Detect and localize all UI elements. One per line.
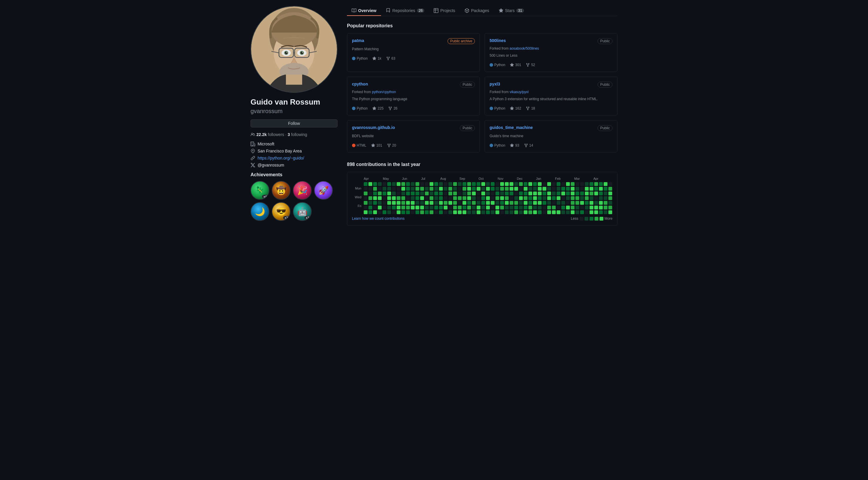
graph-cell [430,182,433,186]
graph-cell [514,182,518,186]
repo-name-patma[interactable]: patma [352,38,364,43]
repo-name-github-io[interactable]: gvanrossum.github.io [352,125,395,130]
graph-cell [566,206,570,209]
graph-cell [519,187,523,191]
graph-cell [594,206,598,209]
achievement-badge[interactable]: 🤖 x3 [293,202,312,221]
profile-login: gvanrossum [250,108,338,114]
graph-cell [590,187,593,191]
graph-cell [467,182,471,186]
repo-name-500lines[interactable]: 500lines [490,38,506,43]
graph-cell [415,206,419,209]
graph-cell [453,187,457,191]
contributions-title: 898 contributions in the last year [347,162,618,167]
graph-cell [486,182,490,186]
graph-cell [524,187,527,191]
repo-lang-time-machine: Python [490,143,505,147]
star-icon [372,106,376,110]
twitter-item: @gvanrossum [250,163,338,167]
graph-cell [378,196,382,200]
graph-cell [538,192,541,195]
graph-body: Mon Wed Fri [352,182,613,214]
achievement-badge[interactable]: 🦎 x4 [250,181,269,200]
graph-cell [491,201,495,205]
repo-name-cpython[interactable]: cpython [352,82,368,87]
graph-cell [392,196,396,200]
achievement-badge[interactable]: 🚀 [314,181,333,200]
x-twitter-icon [250,163,255,167]
graph-cell [514,196,518,200]
followers-count[interactable]: 22.2k [256,132,267,137]
graph-cell [542,210,546,214]
graph-cell [477,210,480,214]
graph-cell [453,192,457,195]
graph-cell [463,201,466,205]
graph-cell [538,210,541,214]
graph-cell [463,196,466,200]
graph-cell [439,187,443,191]
graph-cell [594,210,598,214]
achievement-badge[interactable]: 😎 x3 [272,202,290,221]
follow-button[interactable]: Follow [250,119,338,128]
fork-icon [526,106,530,110]
graph-week [415,182,419,214]
graph-cell [590,201,593,205]
tab-stars[interactable]: Stars 31 [494,6,529,16]
graph-cell [580,192,584,195]
graph-cell [604,187,608,191]
graph-cell [434,182,438,186]
graph-cell [528,182,532,186]
website-item[interactable]: https://python.org/~guido/ [250,156,338,160]
graph-cell [552,192,556,195]
graph-cell [392,210,396,214]
repo-badge-500lines: Public [597,38,613,44]
tab-packages[interactable]: Packages [460,6,494,16]
graph-cell [458,201,462,205]
legend-more: More [604,216,613,220]
graph-cell [430,192,433,195]
graph-cell [397,192,401,195]
graph-cell [406,187,410,191]
graph-cell [547,182,551,186]
graph-cell [453,201,457,205]
book-icon [352,8,356,13]
graph-cell [411,196,414,200]
popular-repos-section: Popular repositories patma Public archiv… [347,23,618,152]
tab-projects[interactable]: Projects [429,6,460,16]
graph-cell [368,206,372,209]
graph-cell [585,196,589,200]
graph-cell [580,196,584,200]
achievement-badge[interactable]: 🤠 [272,181,290,200]
repo-name-time-machine[interactable]: guidos_time_machine [490,125,533,130]
repo-name-pyxl3[interactable]: pyxl3 [490,82,500,87]
graph-cell [500,187,504,191]
achievement-badge[interactable]: 🎉 [293,181,312,200]
graph-cell [495,187,499,191]
graph-cell [500,192,504,195]
graph-week [585,182,589,214]
legend-cell-4 [599,217,603,220]
following-count[interactable]: 3 [287,132,290,137]
graph-cell [415,187,419,191]
graph-cell [411,201,414,205]
repo-badge-github-io: Public [460,125,475,131]
graph-cell [538,187,541,191]
achievements-grid: 🦎 x4 🤠 🎉 🚀 🌙 😎 x3 [250,181,338,221]
graph-cell [576,196,579,200]
website-link[interactable]: https://python.org/~guido/ [257,156,304,160]
graph-cell [382,210,386,214]
graph-cell [472,187,476,191]
graph-week [463,182,466,214]
learn-link[interactable]: Learn how we count contributions [352,216,405,220]
tab-overview[interactable]: Overview [347,6,381,16]
repo-card-pyxl3: pyxl3 Public Forked from vikasuy/pyxl A … [485,77,618,115]
graph-cell [491,187,495,191]
day-label-fri: Fri [352,204,363,208]
graph-cell [411,210,414,214]
graph-cell [481,187,485,191]
tab-repositories[interactable]: Repositories 26 [381,6,429,16]
achievement-badge[interactable]: 🌙 [250,202,269,221]
day-labels: Mon Wed Fri [352,182,363,214]
day-label-mon: Mon [352,186,363,191]
repo-stars-500lines: 301 [510,63,521,67]
